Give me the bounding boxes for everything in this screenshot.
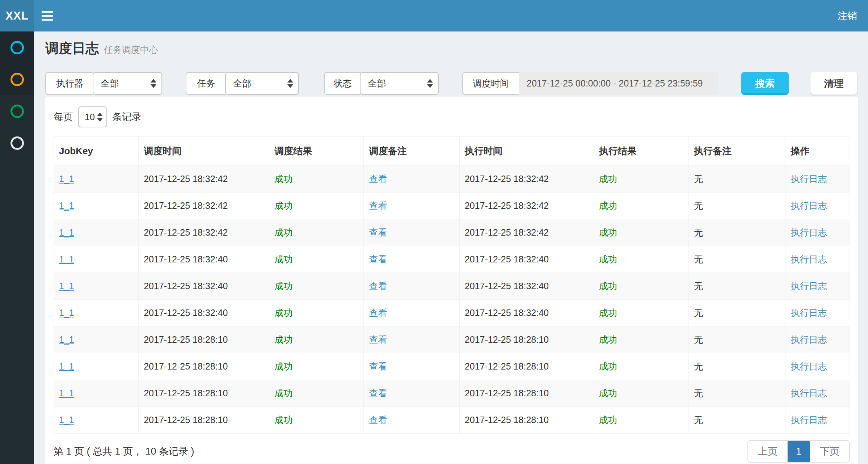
table-row: 1_12017-12-25 18:32:42成功查看2017-12-25 18:…	[54, 219, 850, 246]
trigger-result-cell: 成功	[269, 353, 364, 380]
handle-time-cell-cell: 2017-12-25 18:32:40	[459, 246, 594, 273]
sidebar-item-2[interactable]	[0, 63, 34, 95]
exec-log-link[interactable]: 执行日志	[791, 388, 827, 398]
jobkey-link[interactable]: 1_1	[59, 415, 74, 425]
handle-msg-cell-cell: 无	[689, 300, 785, 326]
pagination-control: 上页 1 下页	[747, 440, 850, 463]
trigger-time-filter: 调度时间 2017-12-25 00:00:00 - 2017-12-25 23…	[462, 72, 718, 95]
exec-log-link-cell: 执行日志	[785, 407, 850, 434]
handle-time-cell-cell: 2017-12-25 18:28:10	[459, 353, 594, 380]
sidebar-item-1[interactable]	[0, 31, 34, 63]
trigger-msg-link[interactable]: 查看	[369, 201, 387, 211]
handle-result: 成功	[599, 361, 617, 371]
executor-filter: 执行器 全部	[45, 72, 163, 95]
sidebar-item-3[interactable]	[0, 95, 34, 127]
status-select[interactable]: 全部	[360, 72, 439, 95]
sidebar-item-4[interactable]	[0, 127, 34, 159]
exec-log-link[interactable]: 执行日志	[791, 201, 827, 211]
jobkey-link[interactable]: 1_1	[59, 281, 74, 291]
table-row: 1_12017-12-25 18:32:42成功查看2017-12-25 18:…	[54, 166, 850, 193]
trigger-msg-link[interactable]: 查看	[369, 334, 387, 345]
exec-log-link[interactable]: 执行日志	[791, 174, 827, 184]
exec-log-link-cell: 执行日志	[785, 326, 850, 353]
jobkey-link-cell: 1_1	[54, 273, 139, 300]
exec-log-link[interactable]: 执行日志	[791, 281, 827, 291]
jobkey-link[interactable]: 1_1	[59, 334, 74, 345]
handle-msg-cell-cell: 无	[689, 353, 785, 380]
trigger-result: 成功	[274, 201, 292, 211]
jobkey-link[interactable]: 1_1	[59, 308, 74, 318]
exec-log-link[interactable]: 执行日志	[791, 361, 827, 371]
trigger-result-cell: 成功	[269, 273, 364, 300]
jobkey-link[interactable]: 1_1	[59, 254, 74, 264]
trigger-time-cell-cell: 2017-12-25 18:32:40	[139, 300, 269, 326]
circle-outline-icon	[10, 73, 24, 86]
trigger-msg-link[interactable]: 查看	[369, 227, 387, 237]
job-select[interactable]: 全部	[225, 72, 299, 95]
executor-select[interactable]: 全部	[93, 72, 162, 95]
trigger-msg-link[interactable]: 查看	[369, 415, 387, 425]
search-button[interactable]: 搜索	[741, 72, 789, 95]
handle-result-cell: 成功	[594, 300, 688, 326]
exec-log-link[interactable]: 执行日志	[791, 334, 827, 345]
page-size-value: 10	[85, 112, 95, 122]
circle-outline-icon	[10, 41, 24, 54]
dispatch-log-table: JobKey调度时间调度结果调度备注执行时间执行结果执行备注操作 1_12017…	[54, 136, 850, 434]
trigger-msg-link[interactable]: 查看	[369, 174, 387, 184]
handle-msg-cell-cell: 无	[689, 246, 785, 273]
column-header-6: 执行结果	[594, 137, 688, 166]
filter-bar: 执行器 全部 任务 全部 状态 全部 调度时间 2017-12-25 00:	[45, 72, 868, 95]
trigger-msg-link[interactable]: 查看	[369, 254, 387, 264]
page-size-select[interactable]: 10	[78, 106, 107, 127]
table-row: 1_12017-12-25 18:28:10成功查看2017-12-25 18:…	[54, 380, 850, 407]
logout-button[interactable]: 注销	[827, 0, 868, 31]
select-arrows-icon	[151, 79, 156, 88]
exec-log-link[interactable]: 执行日志	[791, 227, 827, 237]
trigger-time-cell-cell: 2017-12-25 18:32:40	[139, 273, 269, 300]
sidebar-toggle-button[interactable]	[34, 0, 60, 31]
handle-time-cell-cell: 2017-12-25 18:28:10	[459, 380, 594, 407]
jobkey-link-cell: 1_1	[54, 380, 139, 407]
jobkey-link-cell: 1_1	[54, 166, 139, 193]
jobkey-link[interactable]: 1_1	[59, 201, 74, 211]
trigger-result: 成功	[274, 415, 292, 425]
clear-button[interactable]: 清理	[810, 72, 857, 95]
jobkey-link-cell: 1_1	[54, 326, 139, 353]
column-header-4: 调度备注	[364, 137, 459, 166]
trigger-msg-link-cell: 查看	[364, 219, 459, 246]
jobkey-link[interactable]: 1_1	[59, 361, 74, 371]
exec-log-link[interactable]: 执行日志	[791, 254, 827, 264]
handle-time-cell-cell: 2017-12-25 18:32:40	[459, 273, 594, 300]
job-select-value: 全部	[233, 77, 251, 89]
handle-result: 成功	[599, 201, 617, 211]
select-arrows-icon	[287, 79, 293, 88]
jobkey-link-cell: 1_1	[54, 300, 139, 326]
current-page-button[interactable]: 1	[787, 441, 810, 462]
log-card: 每页 10 条记录 JobKey调度时间调度结果调度备注执行时间执行结果执行备注…	[45, 97, 858, 464]
page-size-control: 每页 10 条记录	[54, 106, 850, 127]
trigger-time-range-input[interactable]: 2017-12-25 00:00:00 - 2017-12-25 23:59:5…	[519, 72, 718, 95]
handle-result: 成功	[599, 415, 617, 425]
jobkey-link[interactable]: 1_1	[59, 174, 74, 184]
jobkey-link[interactable]: 1_1	[59, 388, 74, 398]
trigger-msg-link[interactable]: 查看	[369, 388, 387, 398]
table-header-row: JobKey调度时间调度结果调度备注执行时间执行结果执行备注操作	[54, 137, 850, 166]
column-header-5: 执行时间	[459, 137, 594, 166]
app-logo[interactable]: XXL	[0, 0, 34, 31]
trigger-msg-link-cell: 查看	[364, 273, 459, 300]
exec-log-link[interactable]: 执行日志	[791, 308, 827, 318]
exec-log-link[interactable]: 执行日志	[791, 415, 827, 425]
jobkey-link[interactable]: 1_1	[59, 227, 74, 237]
handle-time-cell-cell: 2017-12-25 18:32:42	[459, 219, 594, 246]
trigger-result-cell: 成功	[269, 380, 364, 407]
handle-time-cell-cell: 2017-12-25 18:32:42	[459, 166, 594, 193]
trigger-result-cell: 成功	[269, 300, 364, 326]
column-header-3: 调度结果	[269, 137, 364, 166]
trigger-msg-link[interactable]: 查看	[369, 361, 387, 371]
jobkey-link-cell: 1_1	[54, 219, 139, 246]
trigger-msg-link[interactable]: 查看	[369, 281, 387, 291]
trigger-msg-link[interactable]: 查看	[369, 308, 387, 318]
next-page-button[interactable]: 下页	[810, 441, 849, 462]
handle-result-cell: 成功	[594, 166, 688, 193]
prev-page-button[interactable]: 上页	[748, 441, 787, 462]
